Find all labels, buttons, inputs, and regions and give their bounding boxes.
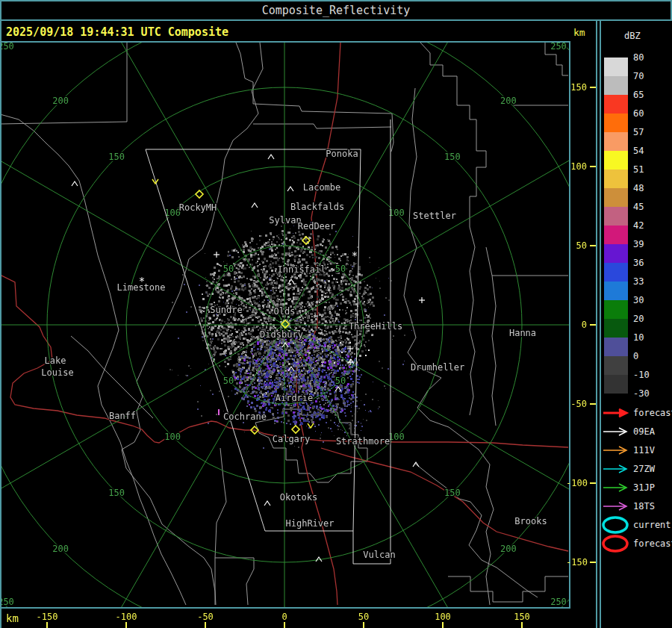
yellow-vee-icon <box>308 423 314 428</box>
town-caret-icon <box>413 462 419 467</box>
town-caret-icon <box>335 387 341 391</box>
storm-ellipse-icon <box>603 517 627 532</box>
town-caret-icon <box>72 181 78 186</box>
colorbar-swatch <box>604 263 628 282</box>
colorbar-value-label: 48 <box>633 182 663 194</box>
city-label: Blackfalds <box>290 202 344 212</box>
colorbar-swatch <box>604 170 628 188</box>
storm-ellipse-icon <box>603 536 627 551</box>
range-ring-label: 250 <box>0 41 14 52</box>
bottom-axis-tick <box>125 622 127 628</box>
range-ring <box>0 8 570 628</box>
bottom-axis-tick <box>442 622 444 628</box>
colorbar-swatch <box>604 132 628 151</box>
colorbar-swatch <box>604 114 628 132</box>
bottom-axis-tick-label: -100 <box>110 612 143 622</box>
colorbar-value-label: -10 <box>633 369 663 381</box>
right-axis-tick <box>590 324 596 326</box>
town-caret-icon <box>288 279 294 284</box>
town-caret-icon <box>268 155 274 159</box>
colorbar-value-label: -30 <box>633 388 663 400</box>
range-ring-label: 150 <box>108 488 125 498</box>
bottom-axis-tick <box>205 622 206 628</box>
city-label: Okotoks <box>280 492 318 503</box>
town-caret-icon <box>264 501 270 506</box>
colorbar-value-label: 0 <box>633 350 663 362</box>
bottom-axis-tick <box>521 622 523 628</box>
right-axis-tick <box>590 482 596 484</box>
asterisk-marker-icon: * <box>352 249 358 261</box>
city-label: Lake <box>45 355 66 366</box>
storm-legend-label: 18TS <box>633 500 671 512</box>
radar-viewer-window: Composite_Reflectivity 2025/09/18 19:44:… <box>0 0 672 628</box>
colorbar-value-label: 45 <box>633 201 663 213</box>
right-axis-tick <box>590 245 596 246</box>
bottom-axis-tick-label: -150 <box>31 612 63 622</box>
range-ring-label: 50 <box>223 376 234 386</box>
colorbar-value-label: 42 <box>633 220 663 231</box>
range-ring-label: 150 <box>444 152 461 162</box>
range-ring-label: 200 <box>500 96 517 106</box>
range-ring-label: 150 <box>108 152 125 162</box>
city-label: HighRiver <box>285 518 334 529</box>
right-axis-tick <box>590 166 596 167</box>
right-axis-tick-label: -50 <box>566 398 587 410</box>
bottom-axis-tick-label: -50 <box>189 612 222 622</box>
right-axis-tick <box>590 87 596 88</box>
colorbar-title: dBZ <box>624 31 641 41</box>
city-label: Vulcan <box>363 550 395 560</box>
city-label: Drumheller <box>411 362 464 373</box>
colorbar-value-label: 54 <box>633 145 663 157</box>
colorbar-swatch <box>604 57 628 76</box>
right-axis-tick <box>590 562 596 563</box>
right-axis-tick <box>590 403 596 405</box>
bottom-axis-tick-label: 100 <box>426 612 459 622</box>
right-axis-tick-label: -100 <box>566 477 587 489</box>
colorbar-swatch <box>604 356 628 375</box>
colorbar-value-label: 57 <box>633 126 663 138</box>
range-ring-label: 50 <box>335 376 346 386</box>
colorbar-swatch <box>604 319 628 338</box>
town-caret-icon <box>252 203 258 208</box>
azimuth-spoke <box>284 325 570 534</box>
right-axis-tick-label: 0 <box>566 319 587 331</box>
range-ring-label: 250 <box>550 41 567 52</box>
town-caret-icon <box>288 367 294 371</box>
azimuth-spoke <box>75 325 284 628</box>
bottom-axis-tick <box>363 622 364 628</box>
city-label: Calgary <box>273 434 311 444</box>
storm-legend-label: 111V <box>633 444 671 456</box>
radar-site-diamond-icon <box>251 426 258 434</box>
colorbar-swatch <box>604 282 628 300</box>
colorbar-value-label: 20 <box>633 313 663 325</box>
city-label: Sylvan <box>269 215 301 226</box>
range-ring-label: 250 <box>0 597 14 607</box>
colorbar-value-label: 70 <box>633 70 663 82</box>
bottom-axis-tick <box>284 622 285 628</box>
bottom-axis-tick-label: 0 <box>268 612 301 622</box>
colorbar-swatch <box>604 151 628 170</box>
colorbar-swatch <box>604 226 628 244</box>
range-ring-label: 250 <box>550 597 567 607</box>
azimuth-spoke <box>75 0 284 325</box>
city-label: Olds <box>274 306 296 317</box>
right-axis-unit-label: km <box>573 27 585 38</box>
colorbar-value-label: 10 <box>633 332 663 343</box>
city-label: RedDeer <box>298 221 336 231</box>
colorbar-swatch <box>604 207 628 226</box>
colorbar-swatch <box>604 244 628 263</box>
storm-legend-label: 27ZW <box>633 463 671 475</box>
map-overlay-layer: 5050505010010010010015015015015020020020… <box>0 0 570 628</box>
city-label: Lacombe <box>303 182 341 193</box>
range-ring-label: 100 <box>164 432 181 442</box>
city-label: Cochrane <box>223 411 267 422</box>
town-caret-icon <box>282 343 288 347</box>
city-label: Strathmore <box>336 436 390 447</box>
range-ring-label: 200 <box>52 96 69 106</box>
bottom-axis-unit-label: km <box>6 612 19 624</box>
radar-site-diamond-icon <box>292 426 299 433</box>
city-label: Ponoka <box>326 149 358 159</box>
city-label: Airdrie <box>276 393 314 403</box>
range-ring-label: 50 <box>223 264 234 274</box>
storm-legend-label: current <box>633 519 671 531</box>
